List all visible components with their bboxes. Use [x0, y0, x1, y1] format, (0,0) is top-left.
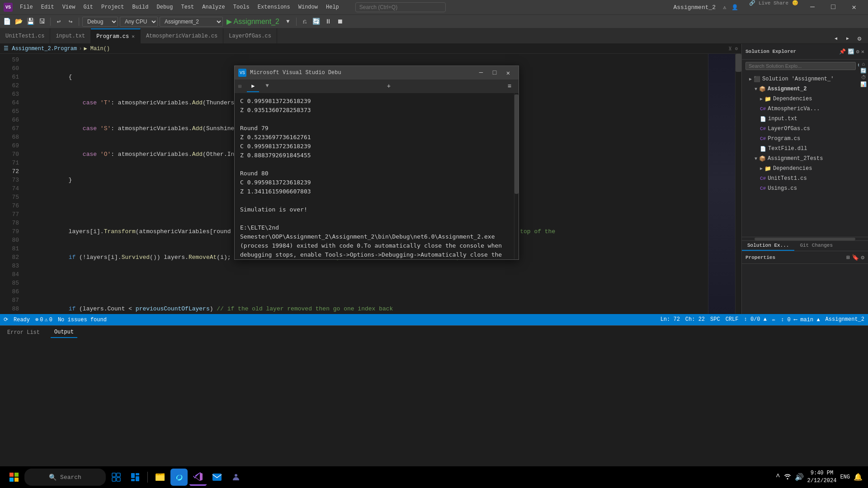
debug-scrollbar[interactable]: [514, 93, 519, 259]
menu-analyze[interactable]: Analyze: [198, 2, 228, 12]
toolbar-btn1[interactable]: ⎌: [300, 17, 310, 27]
sol-search-input[interactable]: [745, 62, 856, 70]
prop-icon-3[interactable]: ⚙: [861, 254, 864, 261]
sol-item-atmospheric[interactable]: C# AtmosphericVa...: [742, 104, 868, 114]
toolbar-open[interactable]: 📂: [14, 17, 24, 27]
breadcrumb-project[interactable]: ☰ Assignment_2.Program: [4, 45, 77, 52]
start-button[interactable]: [5, 469, 23, 486]
explorer-icon[interactable]: [151, 469, 169, 486]
platform-dropdown[interactable]: Any CPU: [120, 17, 158, 27]
search-button[interactable]: 🔍 Search: [24, 469, 106, 486]
menu-git[interactable]: Git: [80, 2, 97, 12]
live-share[interactable]: 🔗 Live Share: [749, 0, 788, 14]
tab-layer[interactable]: LayerOfGas.cs: [223, 28, 277, 43]
sol-item-usings[interactable]: C# Usings.cs: [742, 183, 868, 193]
menu-edit[interactable]: Edit: [38, 2, 58, 12]
breadcrumb-method[interactable]: ▶ Main(): [84, 45, 110, 52]
sol-tab-explorer[interactable]: Solution Ex...: [742, 241, 794, 251]
project-dropdown[interactable]: Assignment_2: [160, 17, 223, 27]
debug-maximize[interactable]: □: [488, 66, 501, 80]
breadcrumb-settings[interactable]: ⚙: [735, 46, 738, 52]
toolbar-save[interactable]: 💾: [25, 17, 35, 27]
sol-item-program[interactable]: C# Program.cs: [742, 134, 868, 144]
debug-close[interactable]: ✕: [501, 66, 515, 80]
debug-minimize[interactable]: ─: [474, 66, 488, 80]
status-branch[interactable]: ↕ 0/0 ▲: [744, 316, 766, 323]
sol-item-tests-project[interactable]: ▼ 📦 Assignment_2Tests: [742, 154, 868, 164]
widgets-button[interactable]: [127, 469, 144, 486]
mail-icon[interactable]: [208, 469, 226, 486]
sol-item-layerofgas[interactable]: C# LayerOfGas.cs: [742, 124, 868, 134]
maximize-button[interactable]: □: [823, 0, 844, 14]
tab-input[interactable]: input.txt: [50, 28, 91, 43]
diag-icon-4[interactable]: 📊: [859, 81, 868, 87]
tab-settings[interactable]: ⚙: [854, 33, 864, 43]
sol-item-textfile[interactable]: 📄 TextFile.dll: [742, 144, 868, 154]
sol-sync-icon[interactable]: 🔃: [848, 48, 854, 55]
sol-item-test-deps[interactable]: ▶ 📁 Dependencies: [742, 164, 868, 174]
prop-icon-2[interactable]: 🔖: [852, 254, 859, 261]
menu-file[interactable]: File: [16, 2, 37, 12]
debug-new-tab[interactable]: +: [383, 81, 394, 92]
sol-item-unittest[interactable]: C# UnitTest1.cs: [742, 174, 868, 183]
tab-program[interactable]: Program.cs ✕: [91, 28, 141, 43]
toolbar-btn3[interactable]: ⏸: [323, 17, 333, 27]
teams-icon[interactable]: [227, 469, 245, 486]
menu-view[interactable]: View: [59, 2, 79, 12]
sol-item-dependencies[interactable]: ▶ 📁 Dependencies: [742, 94, 868, 104]
sol-scrollbar-h[interactable]: [742, 237, 868, 240]
debug-config-dropdown[interactable]: Debug Release: [82, 17, 118, 27]
tray-notifications[interactable]: 🔔: [854, 473, 863, 482]
sol-settings-icon[interactable]: ⚙: [856, 48, 859, 55]
tab-atmospheric[interactable]: AtmosphericVariable.cs: [141, 28, 223, 43]
diag-icon-2[interactable]: 🔄: [859, 68, 868, 74]
run-button[interactable]: ▶ Assignment_2: [225, 17, 281, 26]
tray-expand[interactable]: ^: [776, 473, 780, 481]
toolbar-save-all[interactable]: 🖫: [37, 17, 47, 27]
tray-lang[interactable]: ENG: [840, 474, 850, 480]
toolbar-undo[interactable]: ↩: [54, 17, 64, 27]
tray-volume[interactable]: 🔊: [795, 473, 804, 482]
menu-debug[interactable]: Debug: [153, 2, 176, 12]
edge-icon[interactable]: [170, 469, 188, 486]
debug-dropdown[interactable]: ≡: [504, 81, 515, 92]
diag-icon-1[interactable]: ⌂: [859, 61, 868, 67]
close-button[interactable]: ✕: [844, 0, 864, 14]
debug-tab-main[interactable]: ▶: [247, 81, 259, 92]
tray-wifi[interactable]: [784, 473, 791, 482]
breadcrumb-expand[interactable]: ⊻: [728, 46, 732, 52]
minimize-button[interactable]: ─: [802, 0, 823, 14]
feedback-icon[interactable]: 😊: [792, 0, 798, 14]
sol-pin-icon[interactable]: 📌: [839, 48, 846, 55]
debug-tab-dropdown[interactable]: ▼: [261, 81, 273, 92]
taskview-button[interactable]: [108, 469, 125, 486]
prop-icon-1[interactable]: ⊞: [846, 254, 850, 261]
diag-icon-3[interactable]: ⏱: [859, 75, 868, 80]
tab-scroll-right[interactable]: ▶: [843, 33, 853, 43]
sol-item-project[interactable]: ▼ 📦 Assignment_2: [742, 84, 868, 94]
tab-scroll-left[interactable]: ◀: [831, 33, 841, 43]
menu-help[interactable]: Help: [322, 2, 343, 12]
sol-close-icon[interactable]: ✕: [861, 48, 864, 55]
vs-taskbar-icon[interactable]: [189, 469, 207, 486]
status-edit-icon[interactable]: ✏: [772, 316, 775, 323]
debug-content[interactable]: C 0.9959813723618239 Z 0.935136072825837…: [235, 93, 514, 259]
menu-extensions[interactable]: Extensions: [254, 2, 294, 12]
menu-window[interactable]: Window: [295, 2, 321, 12]
editor-scrollbar[interactable]: [735, 54, 741, 314]
toolbar-redo[interactable]: ↪: [66, 17, 75, 27]
run-options[interactable]: ▼: [283, 17, 293, 27]
menu-project[interactable]: Project: [98, 2, 127, 12]
tab-unittest[interactable]: UnitTest1.cs: [0, 28, 50, 43]
sol-item-inputtxt[interactable]: 📄 input.txt: [742, 114, 868, 124]
toolbar-btn2[interactable]: 🔄: [311, 17, 321, 27]
toolbar-new[interactable]: 📄: [2, 17, 12, 27]
status-errors[interactable]: ⊗ 0 ⚠ 0: [35, 316, 52, 323]
menu-test[interactable]: Test: [178, 2, 198, 12]
menu-build[interactable]: Build: [128, 2, 152, 12]
toolbar-btn4[interactable]: ⏹: [335, 17, 345, 27]
status-branch-name[interactable]: ↕ 0 ⟵ main ▲: [781, 316, 820, 323]
menu-tools[interactable]: Tools: [230, 2, 253, 12]
sol-item-solution[interactable]: ▶ ⬛ Solution 'Assignment_': [742, 74, 868, 84]
tab-output[interactable]: Output: [51, 327, 77, 338]
